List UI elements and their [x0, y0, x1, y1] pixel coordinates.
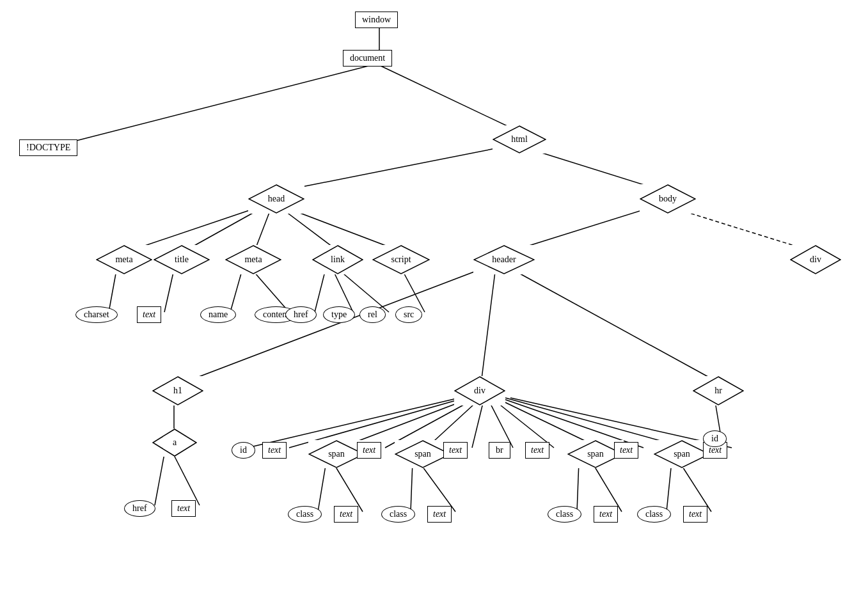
- node-hr: hr: [693, 376, 744, 406]
- svg-line-40: [333, 462, 363, 512]
- svg-line-45: [667, 462, 672, 512]
- node-html: html: [493, 125, 546, 154]
- node-text-c2: text: [427, 506, 452, 523]
- node-text5: text: [614, 442, 638, 459]
- node-window: window: [355, 12, 398, 28]
- svg-line-21: [481, 267, 496, 384]
- node-div-header: div: [454, 376, 505, 406]
- node-class2: class: [381, 506, 415, 523]
- node-text-c3: text: [594, 506, 618, 523]
- node-text-a: text: [171, 500, 196, 517]
- node-class3: class: [548, 506, 581, 523]
- node-body: body: [640, 184, 696, 214]
- node-id-hr: id: [703, 430, 727, 447]
- node-title: title: [154, 245, 210, 274]
- node-charset: charset: [75, 306, 118, 323]
- node-br: br: [489, 442, 510, 459]
- svg-line-44: [592, 462, 622, 512]
- node-text-title: text: [137, 306, 161, 323]
- node-span1: span: [308, 440, 365, 468]
- node-div-body: div: [790, 245, 841, 274]
- svg-line-3: [276, 146, 509, 192]
- node-src: src: [395, 306, 422, 323]
- node-link: link: [312, 245, 363, 274]
- node-span2: span: [395, 440, 451, 468]
- svg-line-38: [171, 450, 200, 505]
- svg-line-39: [318, 462, 326, 512]
- svg-line-46: [679, 462, 711, 512]
- svg-line-20: [180, 267, 487, 384]
- svg-line-2: [379, 65, 519, 132]
- node-text2: text: [357, 442, 381, 459]
- node-span4: span: [654, 440, 710, 468]
- node-class4: class: [637, 506, 671, 523]
- node-head: head: [248, 184, 304, 214]
- node-text-c1: text: [334, 506, 358, 523]
- node-h1: h1: [152, 376, 203, 406]
- svg-line-41: [411, 462, 413, 512]
- node-rel: rel: [359, 306, 386, 323]
- node-href-link: href: [285, 306, 317, 323]
- node-text1: text: [262, 442, 287, 459]
- svg-line-22: [507, 267, 721, 384]
- node-class1: class: [288, 506, 322, 523]
- node-id-div: id: [232, 442, 255, 459]
- node-text3: text: [443, 442, 468, 459]
- node-doctype: !DOCTYPE: [19, 139, 77, 156]
- node-meta1: meta: [96, 245, 152, 274]
- node-href-a: href: [124, 500, 155, 517]
- node-text4: text: [525, 442, 549, 459]
- dom-tree-diagram: window document !DOCTYPE html head body …: [0, 0, 868, 591]
- node-type: type: [323, 306, 355, 323]
- svg-line-1: [51, 65, 371, 147]
- svg-line-37: [155, 450, 165, 505]
- node-script: script: [372, 245, 430, 274]
- node-a: a: [152, 429, 197, 457]
- svg-line-42: [419, 462, 455, 512]
- node-meta2: meta: [225, 245, 281, 274]
- node-name: name: [200, 306, 236, 323]
- svg-line-43: [577, 462, 579, 512]
- node-document: document: [343, 50, 392, 67]
- node-text-c4: text: [683, 506, 707, 523]
- node-header: header: [473, 245, 535, 274]
